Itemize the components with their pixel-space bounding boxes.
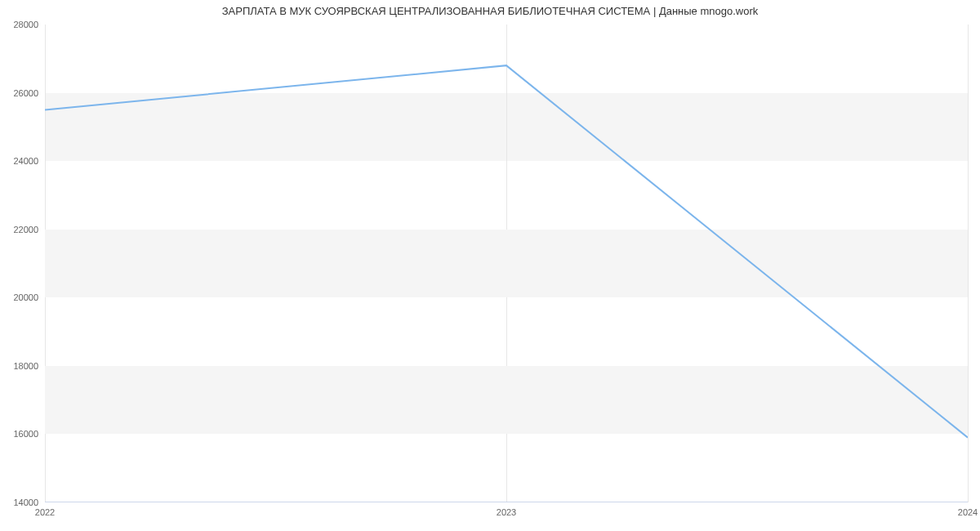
- x-tick-label: 2022: [35, 502, 55, 517]
- chart-title: ЗАРПЛАТА В МУК СУОЯРВСКАЯ ЦЕНТРАЛИЗОВАНН…: [0, 5, 980, 17]
- chart-svg: [45, 25, 968, 502]
- y-tick-label: 22000: [13, 225, 45, 234]
- y-tick-label: 18000: [13, 361, 45, 371]
- y-tick-label: 16000: [13, 429, 45, 439]
- data-series-line: [45, 65, 968, 437]
- y-tick-label: 24000: [13, 156, 45, 166]
- plot-area: 1400016000180002000022000240002600028000…: [45, 25, 968, 502]
- x-tick-label: 2023: [497, 502, 516, 517]
- y-tick-label: 28000: [13, 20, 45, 29]
- y-tick-label: 26000: [13, 88, 45, 98]
- x-gridline: [968, 25, 969, 502]
- y-tick-label: 20000: [13, 292, 45, 302]
- chart-container: ЗАРПЛАТА В МУК СУОЯРВСКАЯ ЦЕНТРАЛИЗОВАНН…: [0, 0, 980, 531]
- x-tick-label: 2024: [958, 502, 978, 517]
